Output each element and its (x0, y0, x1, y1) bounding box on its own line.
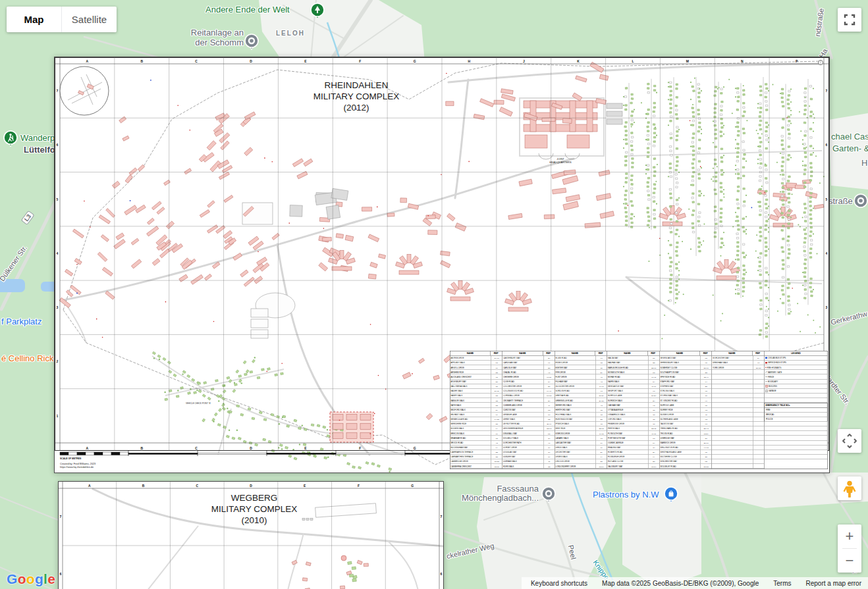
tree-poi-icon[interactable] (310, 2, 325, 20)
street-name: HEREFORD WALK (555, 404, 596, 406)
street-row: OSNABRUCK WALKC3 (607, 412, 659, 417)
street-ref: N6 (596, 365, 607, 370)
fullscreen-button[interactable] (838, 8, 861, 32)
street-ref: N7 (491, 384, 502, 389)
credit-line: Created by: Fred Williams, 2023 (60, 463, 95, 465)
wegberg-overlay[interactable]: ABCDEFG7766 WEGBERG MILITARY COMPLEX (20… (58, 481, 444, 589)
street-row: OAKHAM WAYH3 (607, 403, 659, 407)
street-name: DORCHESTER PATH (502, 442, 543, 444)
street-name: CORNWALL DRIVE (502, 395, 543, 397)
street-name: EXETER WAY (555, 367, 596, 369)
google-logo[interactable]: Google (7, 571, 55, 587)
generic-poi-icon[interactable] (244, 33, 259, 51)
north-symbol (819, 61, 823, 65)
street-ref: C4 (543, 455, 555, 459)
terms-link[interactable]: Terms (773, 580, 791, 587)
street-row: CARDIGAN WAYL7 (502, 361, 555, 365)
poi-label-line: der Schomm (191, 38, 244, 47)
street-row (712, 464, 764, 469)
street-name: BUCKINGHAM WAY (450, 446, 491, 448)
street-ref: C4 (543, 445, 555, 449)
line-symbol (765, 376, 767, 377)
poi-label-plastrons[interactable]: Plastrons by N.W (593, 490, 659, 499)
dash-symbol (765, 381, 767, 382)
street-name: DENBIGH LANE (502, 413, 543, 415)
street-name: ROXBURGH DRIVE (607, 456, 648, 458)
poi-label-fasssauna[interactable]: Fasssauna Mönchengladbach... (462, 484, 539, 503)
satellite-button[interactable]: Satellite (62, 7, 117, 32)
legend-column: LEGENDCIVILIAN BUS STOPSSERVICE BUS STOP… (765, 351, 828, 469)
street-name: CROMARTY TERRACE (502, 399, 543, 401)
generic-poi-icon[interactable] (541, 486, 556, 504)
street-row: SUTHERLAND LANEK2 (660, 417, 712, 422)
street-ref: J4-L3 (596, 384, 607, 389)
report-error-link[interactable]: Report a map error (806, 580, 861, 587)
street-row: DENBIGH LANEP6 (502, 412, 555, 417)
street-ref: H5 (491, 440, 502, 445)
street-ref: C3-G3 (701, 464, 712, 469)
rheindahlen-overlay[interactable]: AABBCCDDEEFFGGHHJJKKLLMMNNPP776655443322… (54, 57, 830, 473)
name-header: NAME (555, 352, 595, 355)
street-row (712, 403, 764, 407)
grid-label: C (195, 446, 198, 450)
street-ref: F2-D4 (701, 431, 712, 436)
keyboard-shortcuts-link[interactable]: Keyboard shortcuts (531, 580, 587, 587)
street-ref (753, 422, 764, 426)
street-ref: D2-K3 (543, 426, 555, 431)
street-ref: N8 (491, 398, 502, 403)
street-name: CLIVE ROAD (502, 380, 543, 382)
hiking-poi-icon[interactable] (3, 130, 18, 148)
street-ref: C3 (596, 412, 607, 417)
street-row: SPEYSIDE ROADC5-H4 (660, 374, 712, 379)
poi-label-michael-cas[interactable]: chael Cas (831, 132, 868, 141)
street-ref: L7 (491, 431, 502, 436)
pan-control-button[interactable] (838, 429, 861, 453)
street-name: GORDON ROAD (555, 390, 596, 392)
street-row: SHREWSBURY WALKF2 (660, 361, 712, 365)
map-canvas[interactable]: Andere Ende der Welt Reitanlage an der S… (0, 0, 868, 589)
street-name: CANTERBURY WAY (502, 357, 543, 359)
street-row: BADER WALKD1-T5 (450, 389, 502, 394)
street-row: KENT RIDEE2-K2 (555, 426, 607, 431)
poi-label-cellino-rick[interactable]: é Cellino Rick (1, 353, 53, 363)
street-name: READING WAY (607, 446, 648, 448)
street-row (712, 445, 764, 449)
emergency-title-row: EMERGENCY TELE NOs (765, 403, 828, 407)
poi-label-reitanlage[interactable]: Reitanlage an der Schomm (191, 28, 244, 47)
grid-label: K (577, 59, 580, 63)
street-ref (753, 384, 764, 389)
zoom-in-button[interactable]: + (838, 525, 861, 548)
shopping-poi-icon[interactable] (663, 486, 679, 504)
street-name: BROCK ROAD (450, 442, 491, 444)
empty-row (765, 445, 828, 449)
table-column-group: NAMEREFANTRIM DRIVED4-F3APPLEBY WALKM3AR… (450, 351, 503, 469)
street-ref: F2 (491, 374, 502, 379)
zoom-out-button[interactable]: − (838, 549, 861, 573)
poi-label-parkplatz[interactable]: f Parkplatz (1, 317, 41, 326)
street-row: HEREFORD WALKH3 (555, 403, 607, 407)
grid-label: 3 (57, 305, 59, 309)
poi-label-garten[interactable]: Garten- & (832, 143, 868, 153)
street-ref: K3 (596, 389, 607, 394)
street-row: WELLINGTON ROADH4-K8 (660, 445, 712, 449)
map-button[interactable]: Map (7, 7, 61, 32)
street-ref: E2 (491, 450, 502, 455)
table-column-group: NAMEREFCANTERBURY WAYB4CARDIGAN WAYL7CAR… (502, 351, 555, 469)
street-ref (753, 417, 764, 422)
street-ref: N3 (648, 407, 659, 412)
street-name: STIRLING WALK (660, 390, 701, 392)
grid-label: F (359, 446, 361, 450)
pegman-button[interactable] (838, 476, 861, 500)
inset-circle (60, 66, 109, 115)
street-ref: H4 (701, 398, 712, 403)
grid-label: 6 (826, 143, 828, 147)
street-name: AYLESBURY WAY (450, 380, 491, 382)
street-row: NAIRN WALKG4 (607, 379, 659, 384)
credit-line: https://www.hq-rheindahlen.de (60, 466, 94, 469)
poi-label-andere-ende-der-welt[interactable]: Andere Ende der Welt (205, 5, 290, 14)
generic-poi-icon[interactable] (853, 193, 868, 211)
poi-label-strasse[interactable]: straße (828, 196, 853, 206)
ref-header: REF (700, 351, 711, 356)
poi-label-wanderparkplatz[interactable]: Wanderp (20, 133, 55, 143)
street-ref: F4-G5 (491, 417, 502, 422)
